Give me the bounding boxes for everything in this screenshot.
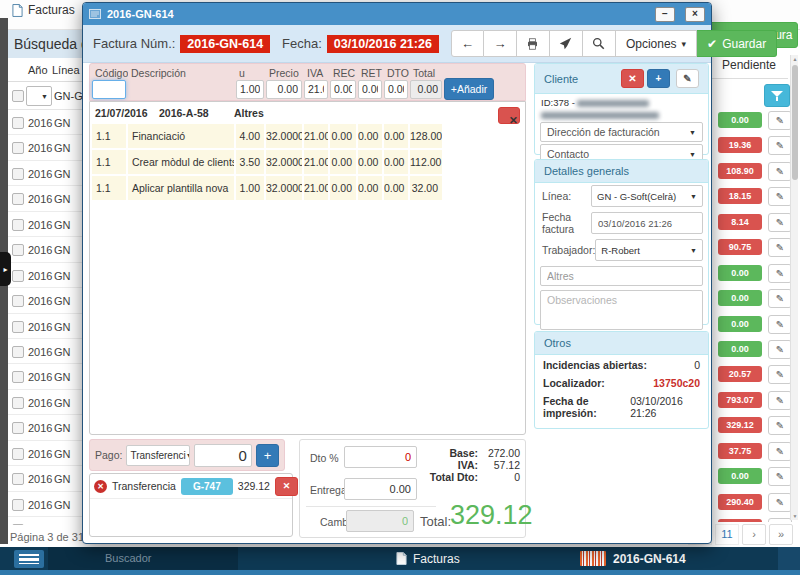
apps-menu-button[interactable] xyxy=(14,550,44,568)
edit-invoice-button[interactable]: ✎ xyxy=(768,136,792,155)
year-filter-select[interactable]: ▼ xyxy=(26,86,52,106)
cliente-panel-header: Cliente ✕ + ✎ xyxy=(535,64,708,94)
row-checkbox[interactable] xyxy=(12,142,24,154)
taskbar-buscador-item[interactable]: Buscador xyxy=(48,547,238,570)
next-button[interactable]: → xyxy=(484,30,517,57)
edit-invoice-button[interactable]: ✎ xyxy=(768,391,792,410)
row-checkbox[interactable] xyxy=(12,499,24,511)
edit-invoice-button[interactable]: ✎ xyxy=(768,238,792,257)
edit-invoice-button[interactable]: ✎ xyxy=(768,315,792,334)
row-checkbox[interactable] xyxy=(12,244,24,256)
line-item-row[interactable]: 1.1 Aplicar plantilla nova 1.00 32.0000 … xyxy=(92,176,444,200)
ret-input[interactable] xyxy=(358,80,382,99)
row-checkbox[interactable] xyxy=(12,168,24,180)
iva-total-label: IVA: xyxy=(418,459,478,471)
trabajador-value: R-Robert xyxy=(601,245,640,256)
delete-payment-button[interactable]: ✕ xyxy=(275,477,298,496)
trabajador-label: Trabajador: xyxy=(542,244,595,256)
row-checkbox[interactable] xyxy=(12,346,24,358)
line-item-row[interactable]: 1.1 Crear mòdul de clients especí 3.50 3… xyxy=(92,150,444,174)
taskbar-corner-button[interactable] xyxy=(778,547,800,570)
precio-input[interactable] xyxy=(266,80,302,99)
altres-input[interactable] xyxy=(540,266,703,286)
trabajador-select[interactable]: R-Robert ▼ xyxy=(595,239,703,261)
pending-amount-rows: 0.00 ✎ 19.36 ✎ 108.90 ✎ 18.15 ✎ 8.14 ✎ xyxy=(712,108,792,523)
add-client-button[interactable]: + xyxy=(647,69,670,88)
item-dto: 0.00 xyxy=(384,176,410,200)
expand-panel-toggle[interactable]: ▸ xyxy=(0,252,11,286)
payment-amount-input[interactable] xyxy=(194,444,252,467)
page-number-button[interactable]: 11 xyxy=(715,524,739,545)
previous-button[interactable]: ← xyxy=(451,30,484,57)
items-column-headers: CódigoDescripciónuPrecioIVARECRETDTOTota… xyxy=(92,65,444,79)
edit-invoice-button[interactable]: ✎ xyxy=(768,111,792,130)
edit-invoice-button[interactable]: ✎ xyxy=(768,365,792,384)
row-checkbox[interactable] xyxy=(12,270,24,282)
billing-address-select[interactable]: Dirección de facturación ▼ xyxy=(540,122,703,142)
fecha-factura-input[interactable] xyxy=(591,212,703,234)
row-checkbox[interactable] xyxy=(12,193,24,205)
row-checkbox[interactable] xyxy=(12,295,24,307)
edit-invoice-button[interactable]: ✎ xyxy=(768,289,792,308)
add-line-button[interactable]: +Añadir xyxy=(444,78,494,100)
remove-client-button[interactable]: ✕ xyxy=(621,69,644,88)
row-checkbox[interactable] xyxy=(12,371,24,383)
pending-amount-badge: 19.36 xyxy=(718,137,762,153)
observaciones-textarea[interactable] xyxy=(540,290,703,330)
send-button[interactable] xyxy=(550,30,583,57)
linea-select[interactable]: GN - G-Soft(Celrà) ▼ xyxy=(591,185,703,207)
modal-titlebar[interactable]: 2016-GN-614 − × xyxy=(83,3,711,25)
search-button[interactable] xyxy=(583,30,616,57)
row-checkbox[interactable] xyxy=(12,448,24,460)
row-checkbox[interactable] xyxy=(12,117,24,129)
edit-client-button[interactable]: ✎ xyxy=(676,69,699,88)
row-checkbox[interactable] xyxy=(12,219,24,231)
edit-invoice-button[interactable]: ✎ xyxy=(768,213,792,232)
minimize-button[interactable]: − xyxy=(655,7,675,22)
codigo-input[interactable] xyxy=(92,80,126,99)
opciones-button[interactable]: Opciones ▾ xyxy=(616,30,697,57)
scroll-down-arrow-icon[interactable]: ▼ xyxy=(791,513,799,519)
edit-invoice-button[interactable]: ✎ xyxy=(768,264,792,283)
iva-input[interactable] xyxy=(304,80,328,99)
row-checkbox[interactable] xyxy=(12,422,24,434)
rec-input[interactable] xyxy=(330,80,356,99)
select-all-checkbox[interactable] xyxy=(12,90,24,102)
dto-input[interactable] xyxy=(384,80,408,99)
add-payment-button[interactable]: + xyxy=(256,444,279,467)
unpaid-status-icon: ✕ xyxy=(94,480,107,493)
row-checkbox[interactable] xyxy=(12,397,24,409)
delete-group-button[interactable]: ✕ xyxy=(498,107,520,124)
dto-input[interactable] xyxy=(344,446,417,468)
edit-invoice-button[interactable]: ✎ xyxy=(768,493,792,512)
scrollbar-thumb[interactable] xyxy=(792,65,798,180)
row-checkbox[interactable] xyxy=(12,473,24,485)
row-checkbox[interactable] xyxy=(12,524,24,525)
row-line: GN xyxy=(54,295,71,307)
entregado-input[interactable] xyxy=(344,478,417,500)
edit-invoice-button[interactable]: ✎ xyxy=(768,187,792,206)
list-scrollbar[interactable]: ▲ ▼ xyxy=(790,55,798,520)
payment-method-select[interactable]: Transferenci ▼ xyxy=(126,445,190,466)
edit-invoice-button[interactable]: ✎ xyxy=(768,467,792,486)
taskbar-invoice-item[interactable]: 2016-GN-614 xyxy=(580,547,686,570)
next-page-button[interactable]: › xyxy=(742,524,766,545)
filter-button[interactable] xyxy=(764,84,790,107)
line-item-row[interactable]: 1.1 Financiació 4.00 32.0000 21.00 0.00 … xyxy=(92,124,444,148)
taskbar-facturas-item[interactable]: Facturas xyxy=(396,547,460,570)
unidades-input[interactable] xyxy=(236,80,264,99)
last-page-button[interactable]: » xyxy=(769,524,793,545)
edit-invoice-button[interactable]: ✎ xyxy=(768,416,792,435)
items-column-header: RET xyxy=(358,65,384,79)
edit-invoice-button[interactable]: ✎ xyxy=(768,162,792,181)
close-button[interactable]: × xyxy=(685,7,705,22)
guardar-button[interactable]: ✔ Guardar xyxy=(697,30,777,57)
print-button[interactable] xyxy=(517,30,550,57)
row-checkbox[interactable] xyxy=(12,321,24,333)
edit-invoice-button[interactable]: ✎ xyxy=(768,340,792,359)
tab-facturas[interactable]: Facturas xyxy=(4,1,83,19)
pending-amount-badge: 8.14 xyxy=(718,214,762,230)
scroll-up-arrow-icon[interactable]: ▲ xyxy=(791,56,799,62)
payment-ref-badge[interactable]: G-747 xyxy=(181,478,233,495)
edit-invoice-button[interactable]: ✎ xyxy=(768,442,792,461)
